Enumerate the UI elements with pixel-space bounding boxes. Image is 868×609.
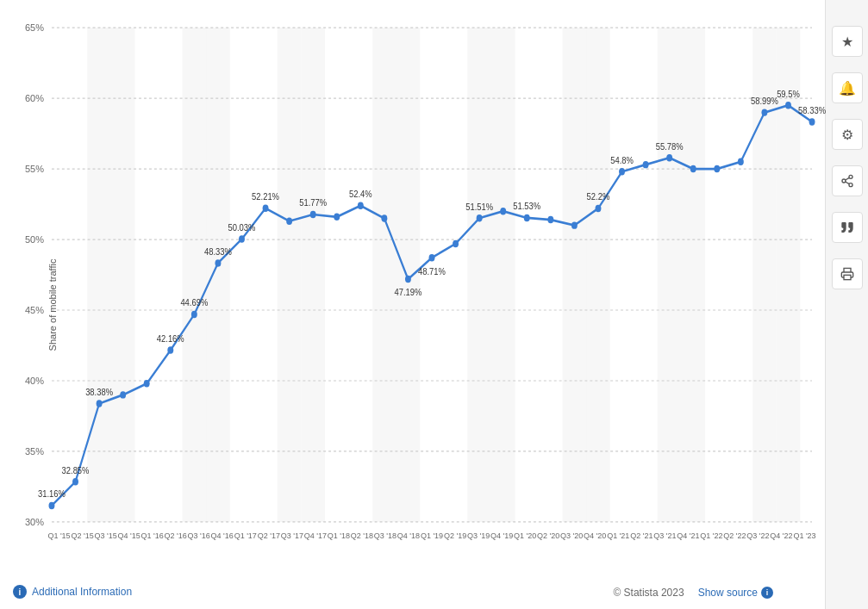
chart-data-label: 32.85% xyxy=(62,465,90,475)
chart-dot xyxy=(72,478,78,485)
y-axis-tick-label: 65% xyxy=(25,22,44,33)
chart-dot xyxy=(167,346,173,353)
x-axis-label: Q2 '17 xyxy=(257,531,280,540)
quote-button[interactable] xyxy=(832,212,863,243)
svg-rect-11 xyxy=(563,28,587,522)
svg-rect-20 xyxy=(111,28,135,522)
chart-dot xyxy=(405,276,411,283)
svg-line-3 xyxy=(845,182,849,184)
chart-dot xyxy=(785,102,791,109)
chart-dot xyxy=(666,154,672,161)
chart-dot xyxy=(286,217,292,224)
x-axis-label: Q1 '19 xyxy=(421,531,444,540)
x-axis-label: Q4 '22 xyxy=(770,531,793,540)
x-axis-label: Q2 '21 xyxy=(630,531,653,540)
chart-area: Share of mobile traffic 31.16%32.85%38.3… xyxy=(0,0,825,609)
chart-dot xyxy=(97,400,103,407)
chart-dot xyxy=(144,380,150,387)
show-source-link[interactable]: Show source i xyxy=(698,587,773,599)
svg-rect-5 xyxy=(844,275,851,279)
chart-data-label: 51.53% xyxy=(513,201,540,211)
y-axis-tick-label: 45% xyxy=(25,305,44,315)
chart-dot xyxy=(477,214,483,221)
x-axis-label: Q1 '23 xyxy=(793,531,816,540)
x-axis-label: Q4 '20 xyxy=(584,531,607,540)
chart-data-label: 51.51% xyxy=(465,202,493,212)
x-axis-label: Q4 '18 xyxy=(397,531,420,540)
chart-data-label: 38.38% xyxy=(85,387,113,397)
chart-data-label: 50.03% xyxy=(228,222,256,233)
chart-data-label: 47.19% xyxy=(394,288,422,298)
additional-info-link[interactable]: i Additional Information xyxy=(13,585,132,599)
favorite-button[interactable]: ★ xyxy=(832,26,863,57)
svg-rect-19 xyxy=(183,28,207,522)
chart-dot xyxy=(524,214,530,221)
x-axis-label: Q2 '15 xyxy=(71,531,94,540)
chart-data-label: 58.33% xyxy=(798,105,826,115)
y-axis-tick-label: 50% xyxy=(25,234,44,245)
chart-data-label: 58.99% xyxy=(751,96,778,106)
x-axis-label: Q3 '22 xyxy=(746,531,770,540)
x-axis-label: Q1 '16 xyxy=(141,531,164,540)
svg-rect-12 xyxy=(491,28,515,522)
x-axis-label: Q3 '15 xyxy=(94,531,117,540)
svg-rect-17 xyxy=(278,28,302,522)
x-axis-label: Q3 '17 xyxy=(280,531,303,540)
svg-point-1 xyxy=(842,179,846,183)
footer-right: © Statista 2023 Show source i xyxy=(613,587,773,599)
svg-point-2 xyxy=(849,183,852,187)
chart-dot xyxy=(381,214,387,221)
x-axis-label: Q2 '16 xyxy=(164,531,187,540)
x-axis-label: Q3 '20 xyxy=(560,531,584,540)
chart-data-label: 52.2% xyxy=(587,191,610,202)
chart-container: ★ 🔔 ⚙ Share of mobile traffic xyxy=(0,0,868,609)
svg-rect-14 xyxy=(397,28,421,522)
share-button[interactable] xyxy=(832,165,863,196)
chart-dot xyxy=(263,205,269,212)
notification-button[interactable]: 🔔 xyxy=(832,72,863,103)
x-labels: Q1 '15Q2 '15Q3 '15Q4 '15Q1 '16Q2 '16Q3 '… xyxy=(47,531,816,557)
chart-dot xyxy=(120,391,126,398)
x-axis-label: Q4 '16 xyxy=(210,531,234,540)
x-axis-label: Q1 '15 xyxy=(47,531,71,540)
chart-dot xyxy=(334,214,340,221)
chart-data-label: 42.16% xyxy=(157,333,184,344)
x-axis-label: Q2 '22 xyxy=(723,531,746,540)
chart-data-label: 55.78% xyxy=(656,141,684,152)
show-source-label: Show source xyxy=(698,587,758,599)
x-axis-label: Q3 '16 xyxy=(187,531,210,540)
chart-dot xyxy=(358,202,364,208)
x-axis-label: Q2 '19 xyxy=(444,531,467,540)
chart-data-label: 52.21% xyxy=(252,191,279,202)
svg-rect-15 xyxy=(372,28,397,522)
x-axis-label: Q3 '19 xyxy=(467,531,490,540)
x-axis-label: Q4 '17 xyxy=(303,531,327,540)
x-axis-label: Q3 '21 xyxy=(653,531,677,540)
x-axis-label: Q1 '17 xyxy=(234,531,257,540)
print-button[interactable] xyxy=(832,258,863,289)
chart-dot xyxy=(310,211,316,218)
chart-dot xyxy=(619,168,625,175)
x-axis-label: Q4 '15 xyxy=(117,531,141,540)
x-axis-label: Q1 '18 xyxy=(327,531,350,540)
svg-rect-16 xyxy=(301,28,325,522)
chart-dot xyxy=(809,118,815,125)
x-axis-label: Q4 '21 xyxy=(677,531,700,540)
svg-point-0 xyxy=(849,175,852,178)
show-source-icon: i xyxy=(761,587,773,599)
settings-button[interactable]: ⚙ xyxy=(832,119,863,150)
chart-dot xyxy=(48,502,54,509)
svg-line-4 xyxy=(845,177,849,180)
x-axis-label: Q1 '22 xyxy=(700,531,723,540)
chart-data-label: 48.33% xyxy=(204,246,232,257)
chart-dot xyxy=(500,208,506,214)
y-axis-tick-label: 60% xyxy=(25,93,44,103)
chart-dot xyxy=(571,221,578,228)
x-axis-label: Q4 '19 xyxy=(490,531,514,540)
chart-dot xyxy=(761,109,767,115)
svg-rect-8 xyxy=(681,28,705,522)
y-axis-tick-label: 55% xyxy=(25,164,44,174)
copyright-label: © Statista 2023 xyxy=(613,587,684,599)
x-axis-label: Q3 '18 xyxy=(373,531,397,540)
chart-dot xyxy=(429,254,435,261)
